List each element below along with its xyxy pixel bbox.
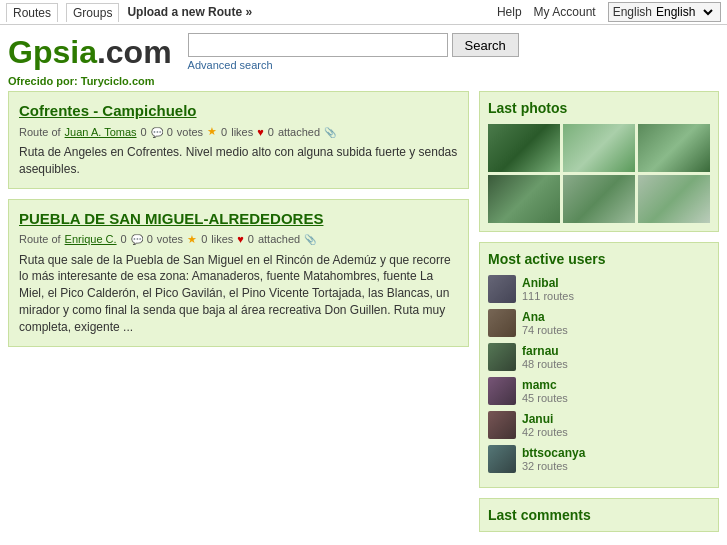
- route-card-2: PUEBLA DE SAN MIGUEL-ALREDEDORES Route o…: [8, 199, 469, 347]
- attached-label-1: attached: [278, 126, 320, 138]
- last-comments-section: Last comments: [479, 498, 719, 532]
- user-avatar-2: [488, 343, 516, 371]
- user-info-5: bttsocanya 32 routes: [522, 446, 585, 472]
- route-title-2[interactable]: PUEBLA DE SAN MIGUEL-ALREDEDORES: [19, 210, 458, 227]
- routes-column: Cofrentes - Campichuelo Route of Juan A.…: [8, 91, 479, 532]
- most-active-heading: Most active users: [488, 251, 710, 267]
- user-name-2[interactable]: farnau: [522, 344, 568, 358]
- advanced-search-link[interactable]: Advanced search: [188, 59, 273, 71]
- route-comments-count-2: 0: [121, 233, 127, 245]
- lang-label: English: [613, 5, 652, 19]
- star-icon-1: [207, 125, 217, 138]
- user-item-3: mamc 45 routes: [488, 377, 710, 405]
- user-name-5[interactable]: bttsocanya: [522, 446, 585, 460]
- top-navigation: Routes Groups Upload a new Route » Help …: [0, 0, 727, 25]
- ofrecido-label: Ofrecido por:: [8, 75, 78, 87]
- attach-icon-1: [324, 126, 336, 138]
- votes-label-2: votes: [157, 233, 183, 245]
- route-author-2[interactable]: Enrique C.: [65, 233, 117, 245]
- user-avatar-1: [488, 309, 516, 337]
- comments-icon-1: [151, 126, 163, 138]
- photo-6[interactable]: [638, 175, 710, 223]
- user-name-3[interactable]: mamc: [522, 378, 568, 392]
- user-name-4[interactable]: Janui: [522, 412, 568, 426]
- user-routes-5: 32 routes: [522, 460, 585, 472]
- search-row: Search: [188, 33, 519, 57]
- user-item-5: bttsocanya 32 routes: [488, 445, 710, 473]
- most-active-section: Most active users Anibal 111 routes Ana …: [479, 242, 719, 488]
- heart-icon-2: [237, 233, 244, 245]
- heart-icon-1: [257, 126, 264, 138]
- route-votes-count-1: 0: [167, 126, 173, 138]
- star-icon-2: [187, 233, 197, 246]
- nav-routes[interactable]: Routes: [6, 3, 58, 22]
- search-area: Search Advanced search: [188, 33, 519, 71]
- photo-5[interactable]: [563, 175, 635, 223]
- user-routes-0: 111 routes: [522, 290, 574, 302]
- main-content: Cofrentes - Campichuelo Route of Juan A.…: [0, 91, 727, 532]
- user-info-4: Janui 42 routes: [522, 412, 568, 438]
- route-title-1[interactable]: Cofrentes - Campichuelo: [19, 102, 458, 119]
- logo-main: Gpsia: [8, 34, 97, 70]
- user-item-0: Anibal 111 routes: [488, 275, 710, 303]
- last-photos-heading: Last photos: [488, 100, 710, 116]
- route-author-1[interactable]: Juan A. Tomas: [65, 126, 137, 138]
- user-avatar-3: [488, 377, 516, 405]
- user-item-1: Ana 74 routes: [488, 309, 710, 337]
- user-routes-2: 48 routes: [522, 358, 568, 370]
- likes-label-1: likes: [231, 126, 253, 138]
- user-item-2: farnau 48 routes: [488, 343, 710, 371]
- user-avatar-5: [488, 445, 516, 473]
- route-card-1: Cofrentes - Campichuelo Route of Juan A.…: [8, 91, 469, 189]
- user-name-1[interactable]: Ana: [522, 310, 568, 324]
- photo-2[interactable]: [563, 124, 635, 172]
- user-routes-3: 45 routes: [522, 392, 568, 404]
- nav-account[interactable]: My Account: [534, 5, 596, 19]
- search-button[interactable]: Search: [452, 33, 519, 57]
- route-meta-1: Route of Juan A. Tomas 0 0 votes 0 likes…: [19, 125, 458, 138]
- attached-label-2: attached: [258, 233, 300, 245]
- user-routes-4: 42 routes: [522, 426, 568, 438]
- search-input[interactable]: [188, 33, 448, 57]
- user-routes-1: 74 routes: [522, 324, 568, 336]
- language-selector[interactable]: English English Español: [608, 2, 721, 22]
- route-likes-count-2: 0: [201, 233, 207, 245]
- nav-groups[interactable]: Groups: [66, 3, 119, 22]
- route-meta-2: Route of Enrique C. 0 0 votes 0 likes 0 …: [19, 233, 458, 246]
- user-info-2: farnau 48 routes: [522, 344, 568, 370]
- ofrecido-por: Ofrecido por: Turyciclo.com: [0, 75, 727, 91]
- nav-upload[interactable]: Upload a new Route »: [127, 5, 252, 19]
- route-desc-1: Ruta de Angeles en Cofrentes. Nivel medi…: [19, 144, 458, 178]
- user-avatar-4: [488, 411, 516, 439]
- route-attached-count-2: 0: [248, 233, 254, 245]
- user-info-0: Anibal 111 routes: [522, 276, 574, 302]
- route-attached-count-1: 0: [268, 126, 274, 138]
- votes-label-1: votes: [177, 126, 203, 138]
- nav-help[interactable]: Help: [497, 5, 522, 19]
- route-by-2: Route of: [19, 233, 61, 245]
- user-avatar-0: [488, 275, 516, 303]
- last-comments-heading: Last comments: [488, 507, 710, 523]
- user-name-0[interactable]: Anibal: [522, 276, 574, 290]
- route-desc-2: Ruta que sale de la Puebla de San Miguel…: [19, 252, 458, 336]
- user-info-1: Ana 74 routes: [522, 310, 568, 336]
- ofrecido-brand[interactable]: Turyciclo.com: [81, 75, 155, 87]
- photo-4[interactable]: [488, 175, 560, 223]
- site-header: Gpsia.com Search Advanced search: [0, 25, 727, 75]
- photo-1[interactable]: [488, 124, 560, 172]
- last-photos-section: Last photos: [479, 91, 719, 232]
- route-votes-count-2: 0: [147, 233, 153, 245]
- route-by-1: Route of: [19, 126, 61, 138]
- likes-label-2: likes: [211, 233, 233, 245]
- attach-icon-2: [304, 233, 316, 245]
- nav-left: Routes Groups Upload a new Route »: [6, 3, 497, 22]
- user-info-3: mamc 45 routes: [522, 378, 568, 404]
- photo-3[interactable]: [638, 124, 710, 172]
- lang-select[interactable]: English Español: [652, 4, 716, 20]
- logo-com: .com: [97, 34, 172, 70]
- nav-right: Help My Account English English Español: [497, 2, 721, 22]
- site-logo[interactable]: Gpsia.com: [8, 34, 172, 71]
- photos-grid: [488, 124, 710, 223]
- route-comments-count-1: 0: [141, 126, 147, 138]
- route-likes-count-1: 0: [221, 126, 227, 138]
